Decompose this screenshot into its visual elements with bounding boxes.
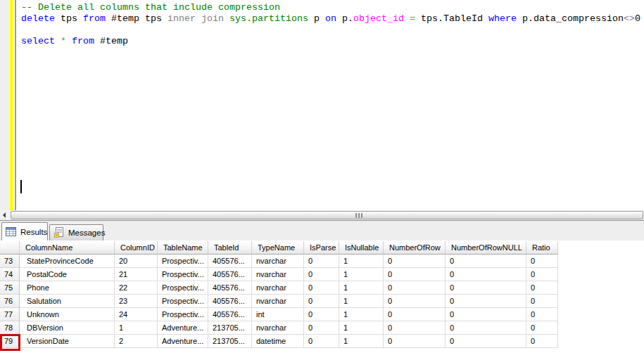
grid-cell[interactable]: Salutation — [20, 295, 115, 308]
row-number-73[interactable]: 73 — [0, 255, 20, 268]
grid-cell[interactable]: 0 — [446, 321, 526, 335]
grid-cell[interactable]: nvarchar — [252, 295, 304, 308]
grid-cell[interactable]: 1 — [339, 308, 384, 321]
grid-cell[interactable]: PostalCode — [20, 268, 115, 281]
grid-cell[interactable]: nvarchar — [252, 255, 304, 268]
grid-cell[interactable]: 0 — [384, 281, 446, 295]
grid-row: 79VersionDate2Adventure...213705...datet… — [0, 335, 558, 348]
grid-cell[interactable]: Adventure... — [158, 321, 208, 335]
grid-cell[interactable]: 0 — [304, 335, 339, 348]
grid-cell[interactable]: Prospectiv... — [158, 295, 208, 308]
tab-results-label: Results — [20, 228, 47, 236]
grid-cell[interactable]: 0 — [304, 268, 339, 281]
row-number-77[interactable]: 77 — [0, 308, 20, 321]
grid-cell[interactable]: 213705... — [208, 321, 252, 335]
grid-cell[interactable]: 0 — [384, 295, 446, 308]
grid-cell[interactable]: Prospectiv... — [158, 281, 208, 295]
grid-cell[interactable]: 0 — [526, 308, 558, 321]
column-header-isnullable[interactable]: IsNullable — [339, 241, 384, 255]
tab-results[interactable]: Results — [1, 222, 48, 240]
grid-cell[interactable]: Prospectiv... — [158, 308, 208, 321]
grid-cell[interactable]: 0 — [304, 321, 339, 335]
grid-cell[interactable]: 0 — [384, 308, 446, 321]
grid-cell[interactable]: 0 — [384, 255, 446, 268]
row-number-74[interactable]: 74 — [0, 268, 20, 281]
grid-cell[interactable]: 1 — [339, 321, 384, 335]
column-header-columnname[interactable]: ColumnName — [20, 241, 115, 255]
grid-cell[interactable]: 1 — [339, 335, 384, 348]
scroll-left-arrow-button[interactable] — [0, 210, 11, 220]
grid-cell[interactable]: 2 — [115, 335, 158, 348]
grid-row: 75Phone22Prospectiv...405576...nvarchar0… — [0, 281, 558, 295]
sql-code[interactable]: -- Delete all columns that include compr… — [21, 2, 640, 47]
grid-cell[interactable]: 405576... — [208, 295, 252, 308]
column-header-tablename[interactable]: TableName — [158, 241, 208, 255]
horizontal-scrollbar[interactable] — [0, 210, 644, 220]
grid-cell[interactable]: Unknown — [20, 308, 115, 321]
scrollbar-thumb[interactable] — [11, 211, 643, 219]
query-editor[interactable]: -- Delete all columns that include compr… — [0, 0, 644, 210]
grid-cell[interactable]: 1 — [339, 268, 384, 281]
row-number-76[interactable]: 76 — [0, 295, 20, 308]
grid-cell[interactable]: Prospectiv... — [158, 268, 208, 281]
grid-cell[interactable]: 0 — [526, 281, 558, 295]
row-number-75[interactable]: 75 — [0, 281, 20, 295]
grid-cell[interactable]: int — [252, 308, 304, 321]
grid-cell[interactable]: 0 — [446, 295, 526, 308]
grid-cell[interactable]: 0 — [526, 255, 558, 268]
grid-cell[interactable]: 405576... — [208, 308, 252, 321]
results-grid-pane: ColumnNameColumnIDTableNameTableIdTypeNa… — [0, 240, 644, 353]
grid-cell[interactable]: 0 — [384, 335, 446, 348]
grid-cell[interactable]: 0 — [526, 295, 558, 308]
row-number-78[interactable]: 78 — [0, 321, 20, 335]
grid-cell[interactable]: 0 — [446, 268, 526, 281]
grid-cell[interactable]: StateProvinceCode — [20, 255, 115, 268]
grid-cell[interactable]: nvarchar — [252, 281, 304, 295]
column-header-numberofrow[interactable]: NumberOfRow — [384, 241, 446, 255]
grid-cell[interactable]: Phone — [20, 281, 115, 295]
grid-cell[interactable]: datetime — [252, 335, 304, 348]
grid-cell[interactable]: 1 — [339, 255, 384, 268]
grid-cell[interactable]: 405576... — [208, 255, 252, 268]
grid-cell[interactable]: 405576... — [208, 281, 252, 295]
grid-cell[interactable]: 24 — [115, 308, 158, 321]
grid-cell[interactable]: 0 — [304, 295, 339, 308]
grid-cell[interactable]: 0 — [304, 308, 339, 321]
tab-messages[interactable]: Messages — [49, 224, 103, 240]
column-header-numberofrownull[interactable]: NumberOfRowNULL — [446, 241, 526, 255]
grid-corner-cell[interactable] — [0, 241, 20, 255]
grid-cell[interactable]: 0 — [304, 255, 339, 268]
grid-cell[interactable]: nvarchar — [252, 321, 304, 335]
grid-cell[interactable]: Prospectiv... — [158, 255, 208, 268]
grid-cell[interactable]: 405576... — [208, 268, 252, 281]
grid-cell[interactable]: nvarchar — [252, 268, 304, 281]
grid-cell[interactable]: 0 — [526, 321, 558, 335]
grid-cell[interactable]: 213705... — [208, 335, 252, 348]
grid-cell[interactable]: VersionDate — [20, 335, 115, 348]
column-header-columnid[interactable]: ColumnID — [115, 241, 158, 255]
grid-cell[interactable]: 0 — [384, 321, 446, 335]
grid-cell[interactable]: 21 — [115, 268, 158, 281]
grid-cell[interactable]: 0 — [384, 268, 446, 281]
grid-cell[interactable]: 0 — [446, 281, 526, 295]
column-header-isparse[interactable]: IsParse — [304, 241, 339, 255]
grid-cell[interactable]: 20 — [115, 255, 158, 268]
grid-cell[interactable]: 0 — [446, 335, 526, 348]
tab-messages-label: Messages — [68, 229, 105, 237]
column-header-tableid[interactable]: TableId — [208, 241, 252, 255]
grid-cell[interactable]: 23 — [115, 295, 158, 308]
grid-cell[interactable]: 0 — [304, 281, 339, 295]
grid-cell[interactable]: 0 — [526, 268, 558, 281]
grid-cell[interactable]: 1 — [115, 321, 158, 335]
column-header-typename[interactable]: TypeName — [252, 241, 304, 255]
grid-cell[interactable]: 0 — [446, 308, 526, 321]
grid-cell[interactable]: 0 — [526, 335, 558, 348]
grid-cell[interactable]: 1 — [339, 295, 384, 308]
grid-cell[interactable]: 22 — [115, 281, 158, 295]
results-grid[interactable]: ColumnNameColumnIDTableNameTableIdTypeNa… — [0, 241, 558, 348]
grid-cell[interactable]: Adventure... — [158, 335, 208, 348]
grid-cell[interactable]: 1 — [339, 281, 384, 295]
column-header-ratio[interactable]: Ratio — [526, 241, 558, 255]
grid-cell[interactable]: DBVersion — [20, 321, 115, 335]
grid-cell[interactable]: 0 — [446, 255, 526, 268]
